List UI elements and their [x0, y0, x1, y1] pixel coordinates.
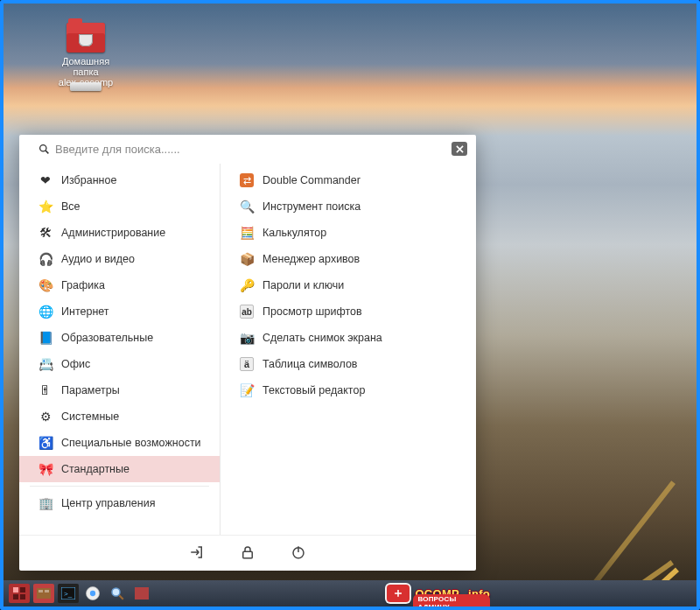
category-label: Специальные возможности	[61, 437, 201, 449]
fonts-icon: ab	[240, 305, 254, 319]
category-item[interactable]: ⭐Все	[19, 193, 220, 220]
globe-icon: 🌐	[38, 305, 52, 319]
svg-rect-6	[38, 590, 43, 592]
app-label: Пароли и ключи	[262, 279, 344, 291]
category-label: Центр управления	[61, 497, 155, 509]
category-item[interactable]: 📇Офис	[19, 351, 220, 377]
menu-footer	[19, 535, 476, 571]
svg-point-0	[40, 144, 46, 151]
category-label: Интернет	[61, 305, 109, 318]
app-item[interactable]: 🔑Пароли и ключи	[220, 272, 476, 298]
tools-icon: 🛠	[38, 226, 52, 240]
terminal-icon: >_	[61, 587, 75, 599]
gear-icon: ⚙	[38, 410, 52, 424]
dc-icon: ⇄	[240, 173, 254, 187]
calc-icon: 🧮	[240, 226, 254, 240]
app-item[interactable]: abПросмотр шрифтов	[220, 298, 476, 325]
category-label: Администрирование	[61, 227, 165, 239]
editor-icon: 📝	[240, 383, 254, 397]
category-item[interactable]: 📘Образовательные	[19, 325, 220, 351]
control-icon: 🏢	[38, 496, 52, 510]
menu-categories: ❤Избранное⭐Все🛠Администрирование🎧Аудио и…	[19, 164, 220, 535]
taskbar-files[interactable]	[131, 584, 152, 603]
av-icon: 🎧	[38, 252, 52, 266]
brand-watermark: ＋ OCOMP.info ВОПРОСЫ АДМИНУ	[387, 585, 490, 602]
magnifier-icon	[109, 585, 125, 601]
app-label: Калькулятор	[262, 227, 326, 239]
menu-search-row	[19, 135, 476, 164]
charmap-icon: ä	[240, 357, 254, 371]
drive-icon[interactable]	[70, 82, 102, 91]
application-menu: ❤Избранное⭐Все🛠Администрирование🎧Аудио и…	[19, 135, 476, 571]
logout-button[interactable]	[189, 544, 205, 560]
files-icon	[135, 587, 149, 599]
app-label: Просмотр шрифтов	[262, 305, 362, 318]
app-item[interactable]: 📦Менеджер архивов	[220, 246, 476, 272]
svg-rect-7	[45, 590, 49, 592]
taskbar-launcher[interactable]	[9, 584, 30, 603]
svg-point-13	[112, 588, 120, 596]
desktop-icon-label: Домашняя папка	[51, 56, 121, 77]
category-item[interactable]: ❤Избранное	[19, 167, 220, 193]
category-label: Графика	[61, 279, 105, 291]
menu-apps: ⇄Double Commander🔍Инструмент поиска🧮Каль…	[220, 164, 476, 535]
launcher-icon	[13, 587, 25, 599]
app-item[interactable]: äТаблица символов	[220, 351, 476, 377]
power-button[interactable]	[290, 544, 306, 560]
search-icon: 🔍	[240, 200, 254, 214]
svg-rect-2	[243, 551, 253, 558]
category-label: Офис	[61, 358, 90, 370]
close-icon	[456, 145, 464, 153]
menu-search-input[interactable]	[55, 143, 446, 156]
brand-subtitle: ВОПРОСЫ АДМИНУ	[413, 594, 490, 610]
desktop-home-folder[interactable]: Домашняя папка alex-cocomp	[51, 23, 121, 88]
category-item[interactable]: 🎨Графика	[19, 272, 220, 298]
app-label: Таблица символов	[262, 358, 358, 370]
taskbar-terminal[interactable]: >_	[58, 584, 79, 603]
app-item[interactable]: 📷Сделать снимок экрана	[220, 325, 476, 351]
app-label: Инструмент поиска	[262, 200, 360, 213]
category-item[interactable]: 🏢Центр управления	[19, 490, 220, 516]
app-item[interactable]: 📝Текстовый редактор	[220, 377, 476, 403]
taskbar-browser[interactable]	[82, 584, 103, 603]
app-item[interactable]: ⇄Double Commander	[220, 167, 476, 193]
category-label: Образовательные	[61, 332, 153, 344]
keys-icon: 🔑	[240, 278, 254, 292]
app-item[interactable]: 🧮Калькулятор	[220, 220, 476, 246]
svg-line-1	[46, 151, 48, 153]
category-item[interactable]: 🎀Стандартные	[19, 456, 220, 482]
svg-point-11	[90, 591, 95, 596]
category-item[interactable]: 🌐Интернет	[19, 298, 220, 325]
svg-rect-5	[37, 588, 51, 599]
category-label: Параметры	[61, 384, 120, 396]
lock-button[interactable]	[240, 544, 256, 560]
heart-icon: ❤	[38, 173, 52, 187]
category-label: Все	[61, 200, 80, 213]
palette-icon: 🎨	[38, 278, 52, 292]
category-item[interactable]: ♿Специальные возможности	[19, 430, 220, 456]
plus-icon: ＋	[387, 585, 410, 602]
category-item[interactable]: 🎧Аудио и видео	[19, 246, 220, 272]
archive-icon: 📦	[240, 252, 254, 266]
app-item[interactable]: 🔍Инструмент поиска	[220, 193, 476, 220]
app-label: Сделать снимок экрана	[262, 332, 382, 344]
category-item[interactable]: 🛠Администрирование	[19, 220, 220, 246]
folder-icon	[66, 23, 105, 53]
clear-search-button[interactable]	[452, 142, 467, 156]
svg-rect-15	[135, 587, 149, 599]
category-label: Избранное	[61, 174, 116, 186]
shot-icon: 📷	[240, 331, 254, 345]
app-label: Текстовый редактор	[262, 384, 365, 396]
chrome-icon	[85, 585, 101, 601]
taskbar: >_ ＋ OCOMP.info ВОПРОСЫ АДМИНУ	[4, 580, 696, 606]
star-icon: ⭐	[38, 200, 52, 214]
access-icon: ♿	[38, 436, 52, 450]
category-item[interactable]: ⚙Системные	[19, 403, 220, 430]
app-label: Менеджер архивов	[262, 253, 360, 265]
category-label: Аудио и видео	[61, 253, 135, 265]
standard-icon: 🎀	[38, 462, 52, 476]
category-item[interactable]: 🎚Параметры	[19, 377, 220, 403]
svg-text:>_: >_	[64, 590, 73, 598]
taskbar-search[interactable]	[107, 584, 128, 603]
taskbar-workspaces[interactable]	[33, 584, 54, 603]
